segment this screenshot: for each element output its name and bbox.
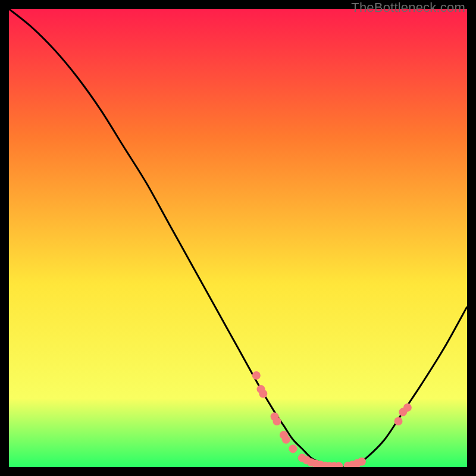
data-marker [282,436,290,444]
data-marker [289,444,297,453]
data-marker [403,403,412,412]
data-marker [273,417,281,425]
data-marker [394,417,403,425]
data-marker [252,371,261,380]
watermark-text: TheBottleneck.com [351,0,465,15]
bottleneck-chart [9,9,467,467]
data-marker [358,458,366,466]
data-marker [259,390,267,398]
chart-frame [9,9,467,467]
